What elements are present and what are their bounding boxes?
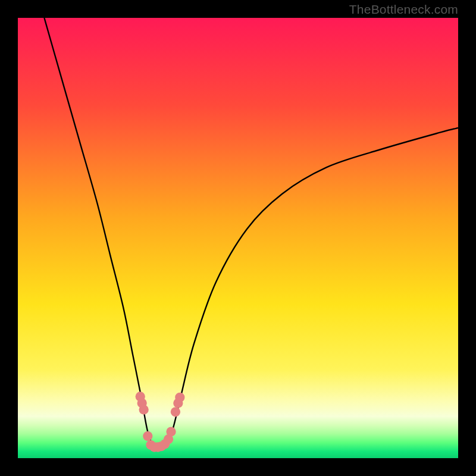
watermark-text: TheBottleneck.com: [349, 2, 458, 17]
gradient-background: [18, 18, 458, 458]
marker-dot: [175, 393, 184, 402]
outer-frame: TheBottleneck.com: [0, 0, 476, 476]
marker-dot: [139, 405, 149, 414]
plot-area: [18, 18, 458, 458]
chart-svg: [18, 18, 458, 458]
marker-dot: [171, 407, 180, 416]
marker-dot: [143, 431, 152, 441]
marker-dot: [166, 427, 176, 436]
